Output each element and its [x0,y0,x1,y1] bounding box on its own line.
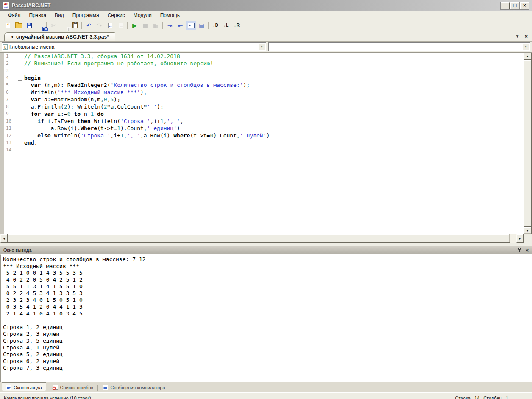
fold-marker[interactable] [17,103,24,110]
close-button[interactable]: × [520,2,529,9]
menu-item-edit[interactable]: Правка [25,11,51,20]
output-panel-title: Окно вывода [3,248,32,253]
scroll-left-icon[interactable]: ◄ [0,234,8,243]
document-tab-bar: •_случайный массив ABC.NET 3.3.pas* ▼ × [0,31,532,42]
horizontal-scroll-thumb[interactable] [8,234,510,243]
code-editor[interactable]: 1// PascalABC.NET 3.3, сборка 1634 от 14… [0,52,532,243]
code-line-text: var (n,m):=ReadInteger2('Количество стро… [24,81,250,89]
menu-item-file[interactable]: Файл [4,11,25,20]
snippet-l-button[interactable]: ↓L [221,21,231,30]
editor-line[interactable]: 8 a.Println(2); Writeln(2*a.ColCount*'-'… [0,103,524,110]
scroll-up-icon[interactable]: ▲ [524,53,532,60]
code-line-text: a.Row(i).Where(t->t=1).Count,' единиц') [24,125,180,132]
menu-item-program[interactable]: Программа [68,11,103,20]
save-all-button[interactable] [34,21,45,30]
console-window-button[interactable]: > [186,21,196,30]
document-tab[interactable]: •_случайный массив ABC.NET 3.3.pas* [4,32,115,41]
toolbar-separator [127,22,128,29]
editor-line[interactable]: 13end. [0,139,524,146]
fold-marker[interactable] [17,81,24,89]
status-message: Компиляция прошла успешно (10 строк) [4,396,91,399]
fold-collapse-icon[interactable] [18,76,22,81]
editor-vertical-scrollbar[interactable]: ▲ ▼ [524,53,532,234]
fold-marker[interactable] [17,139,24,146]
editor-line[interactable]: 4begin [0,74,524,81]
scroll-down-icon[interactable]: ▼ [524,227,532,234]
bottom-tab-label: Окно вывода [14,385,42,390]
compiler-messages-icon [103,385,108,390]
editor-line[interactable]: 14 [0,146,524,153]
editor-line[interactable]: 10 if i.IsEven then Writeln('Строка ',i+… [0,117,524,125]
snippet-d-button[interactable]: ↓D [210,21,221,30]
member-combo-dropdown-button[interactable]: ▼ [522,43,529,50]
bottom-tab-error-list[interactable]: Список ошибок [48,383,97,391]
snippet-r-icon: ↓R [234,23,240,28]
resize-grip[interactable] [524,396,530,399]
fold-marker[interactable] [17,96,24,103]
editor-line[interactable]: 12 else Writeln('Строка ',i+1,', ',a.Row… [0,132,524,139]
format-indent-button[interactable]: ⇥ [164,21,175,30]
editor-line[interactable]: 5 var (n,m):=ReadInteger2('Количество ст… [0,81,524,89]
snippet-d-icon: ↓D [213,23,218,28]
fold-marker[interactable] [17,132,24,139]
snippet-r-button[interactable]: ↓R [231,21,242,30]
redo-icon: ↷ [97,22,102,28]
undo-button[interactable]: ↶ [84,21,94,30]
maximize-button[interactable]: □ [510,2,519,9]
new-file-button[interactable]: ✶ [3,21,13,30]
editor-line[interactable]: 1// PascalABC.NET 3.3, сборка 1634 от 14… [0,53,524,60]
editor-line[interactable]: 11 a.Row(i).Where(t->t=1).Count,' единиц… [0,125,524,132]
editor-line[interactable]: 7 var a:=MatrRandom(n,m,0,5); [0,96,524,103]
editor-line[interactable]: 9 for var i:=0 to n-1 do [0,110,524,117]
fold-marker[interactable] [17,89,24,96]
scope-combo[interactable]: {} Глобальные имена ▼ [2,42,266,51]
line-number: 7 [4,96,17,103]
tab-close-icon[interactable]: × [524,33,528,39]
fold-margin [17,67,24,74]
cut-icon: ✂ [51,22,56,28]
editor-line[interactable]: 6 Writeln('*** Исходный массив ***'); [0,89,524,96]
editor-line[interactable]: 2// Внимание! Если программа не работает… [0,60,524,67]
form-designer-button[interactable]: ▤ [196,21,207,30]
fold-marker[interactable] [17,110,24,117]
menu-item-service[interactable]: Сервис [103,11,129,20]
menu-item-view[interactable]: Вид [50,11,68,20]
app-logo-icon: ABnet [2,2,10,9]
paste-button[interactable] [70,21,80,30]
editor-horizontal-scrollbar[interactable]: ◄ ► [0,234,524,243]
fold-margin [17,53,24,60]
code-line-text: // Внимание! Если программа не работает,… [24,60,213,67]
nav-back-button[interactable]: ← [105,21,115,30]
run-button[interactable]: ▶ [129,21,140,30]
code-line-text: end. [24,139,37,146]
nav-forward-button: → [115,21,126,30]
bottom-tab-output-window[interactable]: Окно вывода [2,382,46,391]
redo-button: ↷ [94,21,105,30]
scrollbar-corner [524,234,532,243]
member-combo[interactable]: ▼ [268,42,530,51]
fold-marker[interactable] [17,117,24,125]
tab-list-dropdown-icon[interactable]: ▼ [515,34,520,39]
line-number: 1 [4,53,17,60]
scope-combo-dropdown-button[interactable]: ▼ [258,43,265,50]
line-number: 3 [4,67,17,74]
bottom-tab-compiler-messages[interactable]: Сообщения компилятора [99,383,169,391]
menu-item-modules[interactable]: Модули [129,11,156,20]
save-button[interactable] [24,21,34,30]
code-line-text: for var i:=0 to n-1 do [24,110,104,117]
open-file-button[interactable] [13,21,24,30]
output-close-icon[interactable]: × [525,248,529,253]
minimize-button[interactable]: _ [501,2,510,9]
editor-line[interactable]: 3 [0,67,524,74]
scroll-right-icon[interactable]: ► [516,234,524,243]
pin-icon[interactable] [518,247,521,254]
fold-marker[interactable] [17,125,24,132]
format-outdent-button[interactable]: ⇤ [175,21,186,30]
output-splitter[interactable] [0,243,532,246]
vertical-scroll-thumb[interactable] [524,60,532,227]
fold-marker[interactable] [17,74,24,81]
menu-item-help[interactable]: Помощь [156,11,184,20]
save-icon [27,23,32,28]
output-panel-body[interactable]: Количество строк и столбцов в массиве: 7… [0,254,532,382]
code-editor-text-area[interactable]: 1// PascalABC.NET 3.3, сборка 1634 от 14… [0,53,524,234]
